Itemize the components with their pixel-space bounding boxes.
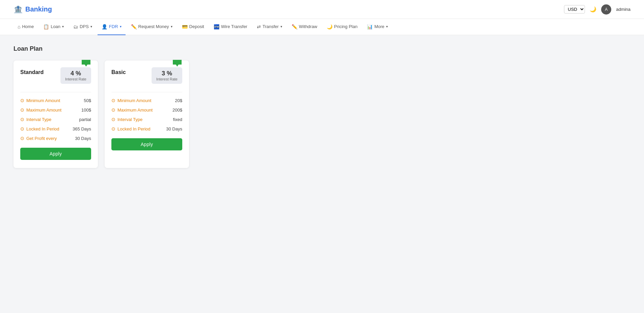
nav-item-fdr[interactable]: 👤 FDR ▾: [98, 19, 126, 35]
nav-item-loan[interactable]: 📋 Loan ▾: [39, 19, 68, 35]
navbar: ⌂ Home 📋 Loan ▾ 🗂 DPS ▾ 👤 FDR ▾ ✏️ Reque…: [0, 19, 644, 35]
header: 🏦 Banking USD EUR GBP 🌙 A admina: [0, 0, 644, 19]
nav-item-request-money[interactable]: ✏️ Request Money ▾: [127, 19, 177, 35]
pricing-plan-icon: 🌙: [327, 24, 332, 29]
card-divider-basic: [111, 92, 182, 92]
nav-item-more[interactable]: 📊 More ▾: [363, 19, 392, 35]
nav-item-deposit[interactable]: 💳 Deposit: [178, 19, 208, 35]
detail-label-text: Get Profit every: [26, 136, 57, 141]
detail-value: 50$: [84, 98, 91, 103]
nav-item-pricing-plan[interactable]: 🌙 Pricing Plan: [323, 19, 361, 35]
detail-row: ⊙ Minimum Amount 20$: [111, 98, 182, 103]
nav-item-wire-transfer[interactable]: 🏧 Wire Transfer: [210, 19, 251, 35]
detail-label-text: Locked In Period: [117, 126, 151, 131]
more-dropdown-arrow: ▾: [386, 25, 388, 28]
transfer-dropdown-arrow: ▾: [280, 25, 282, 28]
plan-details-standard: ⊙ Minimum Amount 50$ ⊙ Maximum Amount 10…: [20, 98, 91, 141]
check-icon: ⊙: [111, 107, 115, 113]
nav-item-home[interactable]: ⌂ Home: [14, 19, 38, 35]
interest-badge-standard: 4 % Interest Rate: [60, 67, 91, 84]
interest-badge-basic: 3 % Interest Rate: [152, 67, 182, 84]
logo[interactable]: 🏦 Banking: [14, 5, 52, 14]
detail-label: ⊙ Locked In Period: [20, 126, 59, 131]
detail-label: ⊙ Interval Type: [20, 117, 51, 122]
logo-icon: 🏦: [14, 5, 23, 14]
detail-row: ⊙ Locked In Period 30 Days: [111, 126, 182, 131]
detail-label: ⊙ Maximum Amount: [111, 107, 153, 113]
nav-item-dps[interactable]: 🗂 DPS ▾: [69, 19, 96, 35]
detail-value: 30 Days: [166, 126, 182, 131]
detail-row: ⊙ Maximum Amount 200$: [111, 107, 182, 113]
detail-label-text: Interval Type: [26, 117, 51, 122]
bookmark-basic: [173, 60, 182, 67]
detail-row: ⊙ Locked In Period 365 Days: [20, 126, 91, 131]
detail-label-text: Locked In Period: [26, 126, 59, 131]
moon-icon[interactable]: 🌙: [590, 6, 596, 13]
check-icon: ⊙: [20, 107, 24, 113]
detail-value: 20$: [175, 98, 182, 103]
detail-row: ⊙ Get Profit every 30 Days: [20, 136, 91, 141]
check-icon: ⊙: [111, 117, 115, 122]
deposit-icon: 💳: [182, 24, 188, 29]
check-icon: ⊙: [20, 117, 24, 122]
nav-label-wire-transfer: Wire Transfer: [221, 24, 247, 29]
logo-text: Banking: [25, 5, 52, 13]
detail-label-text: Minimum Amount: [117, 98, 151, 103]
detail-value: 30 Days: [75, 136, 91, 141]
transfer-icon: ⇄: [257, 24, 261, 29]
nav-item-transfer[interactable]: ⇄ Transfer ▾: [253, 19, 286, 35]
check-icon: ⊙: [20, 126, 24, 131]
withdraw-icon: ✏️: [292, 24, 297, 29]
plan-name-standard: Standard: [20, 69, 44, 75]
admin-name: admina: [616, 7, 630, 12]
plan-card-basic: Basic 3 % Interest Rate ⊙ Minimum Amount…: [105, 61, 189, 168]
apply-button-standard[interactable]: Apply: [20, 148, 91, 160]
home-icon: ⌂: [18, 24, 20, 29]
detail-row: ⊙ Interval Type fixed: [111, 117, 182, 122]
detail-label: ⊙ Maximum Amount: [20, 107, 61, 113]
apply-button-basic[interactable]: Apply: [111, 138, 182, 150]
check-icon: ⊙: [111, 98, 115, 103]
nav-label-dps: DPS: [80, 24, 89, 29]
interest-percent-basic: 3 %: [162, 70, 172, 77]
check-icon: ⊙: [111, 126, 115, 131]
detail-label-text: Maximum Amount: [117, 107, 153, 113]
plan-details-basic: ⊙ Minimum Amount 20$ ⊙ Maximum Amount 20…: [111, 98, 182, 131]
nav-label-more: More: [374, 24, 384, 29]
detail-label-text: Minimum Amount: [26, 98, 60, 103]
nav-label-loan: Loan: [51, 24, 60, 29]
nav-label-deposit: Deposit: [189, 24, 204, 29]
detail-label-text: Maximum Amount: [26, 107, 61, 113]
plan-name-basic: Basic: [111, 69, 126, 75]
nav-label-request-money: Request Money: [138, 24, 169, 29]
page-title: Loan Plan: [14, 45, 630, 52]
detail-label: ⊙ Get Profit every: [20, 136, 57, 141]
avatar: A: [601, 4, 611, 15]
detail-label: ⊙ Minimum Amount: [111, 98, 151, 103]
plans-container: Standard 4 % Interest Rate ⊙ Minimum Amo…: [14, 61, 630, 168]
wire-transfer-icon: 🏧: [214, 24, 219, 29]
detail-label-text: Interval Type: [117, 117, 142, 122]
fdr-icon: 👤: [102, 24, 107, 29]
dps-icon: 🗂: [73, 24, 78, 29]
header-right: USD EUR GBP 🌙 A admina: [564, 4, 630, 15]
card-header-standard: Standard 4 % Interest Rate: [20, 67, 91, 84]
detail-value: partial: [79, 117, 91, 122]
detail-label: ⊙ Minimum Amount: [20, 98, 60, 103]
check-icon: ⊙: [20, 136, 24, 141]
request-money-dropdown-arrow: ▾: [171, 25, 172, 28]
detail-value: 100$: [81, 107, 91, 113]
detail-value: fixed: [173, 117, 182, 122]
currency-select[interactable]: USD EUR GBP: [564, 5, 585, 14]
nav-label-withdraw: Withdraw: [299, 24, 317, 29]
detail-label: ⊙ Locked In Period: [111, 126, 151, 131]
loan-dropdown-arrow: ▾: [62, 25, 64, 28]
nav-label-transfer: Transfer: [263, 24, 279, 29]
detail-value: 365 Days: [73, 126, 91, 131]
detail-value: 200$: [172, 107, 182, 113]
nav-item-withdraw[interactable]: ✏️ Withdraw: [288, 19, 321, 35]
plan-card-standard: Standard 4 % Interest Rate ⊙ Minimum Amo…: [14, 61, 98, 168]
detail-label: ⊙ Interval Type: [111, 117, 142, 122]
interest-label-standard: Interest Rate: [65, 77, 86, 81]
interest-percent-standard: 4 %: [71, 70, 81, 77]
